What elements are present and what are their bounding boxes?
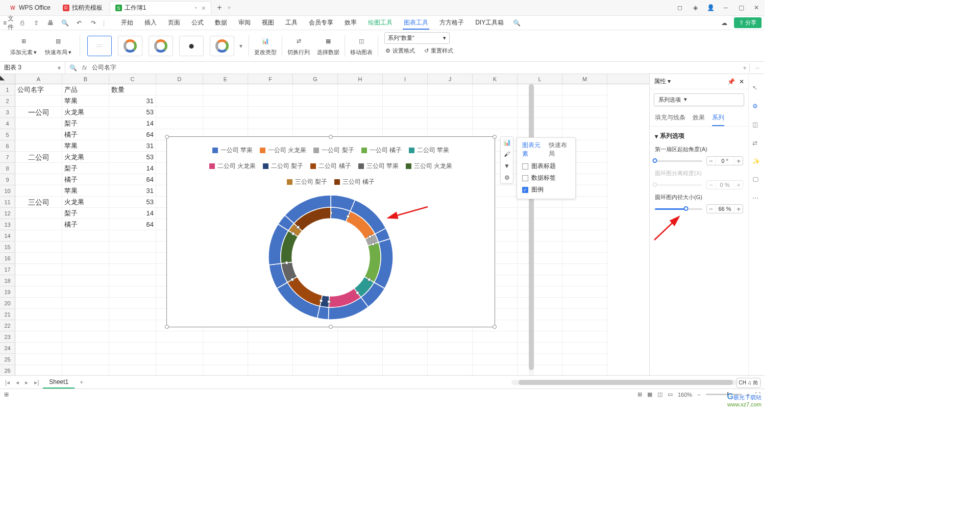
menu-tab-7[interactable]: 工具 — [284, 16, 299, 30]
pin-icon[interactable]: 📌 — [727, 78, 735, 85]
chart-filter-icon[interactable]: ▼ — [501, 160, 513, 172]
chart-settings-icon[interactable]: ⚙ — [501, 172, 513, 183]
cell[interactable]: 一公司 — [15, 107, 62, 118]
cell[interactable]: 64 — [109, 174, 156, 185]
app-tab-workbook[interactable]: S 工作簿1 • × — [110, 1, 211, 14]
cell[interactable] — [15, 95, 62, 107]
chart-brush-icon[interactable]: 🖌 — [501, 149, 513, 160]
cell[interactable] — [15, 174, 62, 185]
cell[interactable] — [203, 84, 248, 95]
cell[interactable]: 苹果 — [62, 95, 109, 107]
angle-stepper[interactable]: −0 °+ — [706, 156, 743, 165]
row-header[interactable]: 21 — [0, 309, 15, 320]
row-header[interactable]: 12 — [0, 208, 15, 219]
cell[interactable] — [203, 354, 248, 365]
maximize-icon[interactable]: ▢ — [737, 4, 745, 12]
cell[interactable]: 53 — [109, 152, 156, 163]
cell[interactable] — [473, 107, 518, 118]
cell[interactable] — [383, 343, 428, 354]
cell[interactable] — [15, 275, 62, 286]
cell[interactable] — [562, 343, 607, 354]
col-header[interactable]: L — [518, 74, 562, 84]
col-header[interactable]: A — [15, 74, 62, 84]
cell[interactable] — [109, 343, 156, 354]
close-window-icon[interactable]: ✕ — [752, 4, 761, 12]
chart-object[interactable]: 一公司 苹果一公司 火龙果一公司 梨子一公司 橘子二公司 苹果二公司 火龙果二公… — [166, 136, 495, 327]
view-page-icon[interactable]: ▦ — [647, 391, 652, 398]
cell[interactable] — [562, 309, 607, 320]
popup-checkbox[interactable]: 数据标签 — [519, 172, 573, 184]
cell[interactable] — [203, 118, 248, 129]
close-panel-icon[interactable]: ✕ — [739, 78, 744, 85]
rail-settings-icon[interactable]: ⚙ — [752, 103, 762, 112]
series-dropdown[interactable]: 系列选项▾ — [654, 93, 744, 106]
popup-checkbox[interactable]: ✓图例 — [519, 184, 573, 196]
cell[interactable] — [62, 253, 109, 264]
row-header[interactable]: 25 — [0, 354, 15, 365]
view-read-icon[interactable]: ▭ — [668, 391, 673, 398]
col-header[interactable]: J — [428, 74, 473, 84]
cell[interactable] — [473, 118, 518, 129]
cell[interactable] — [15, 331, 62, 343]
chart-style-1[interactable]: ∷∷ — [87, 36, 112, 56]
cell[interactable] — [518, 253, 562, 264]
cell[interactable] — [518, 343, 562, 354]
rail-screen-icon[interactable]: 🖵 — [752, 176, 762, 185]
row-header[interactable]: 5 — [0, 129, 15, 140]
cell[interactable] — [293, 84, 338, 95]
cell[interactable]: 橘子 — [62, 129, 109, 140]
cell[interactable]: 数量 — [109, 84, 156, 95]
cell[interactable] — [338, 331, 383, 343]
cell[interactable]: 梨子 — [62, 163, 109, 174]
cell[interactable] — [62, 264, 109, 275]
window-icon[interactable]: ◻ — [676, 4, 684, 12]
cell[interactable] — [562, 95, 607, 107]
cube-icon[interactable]: ◈ — [691, 4, 699, 12]
cell[interactable] — [518, 84, 562, 95]
cell[interactable] — [383, 354, 428, 365]
menu-tab-6[interactable]: 视图 — [261, 16, 275, 30]
cell[interactable] — [293, 118, 338, 129]
cell[interactable] — [428, 343, 473, 354]
cell[interactable] — [428, 95, 473, 107]
cell[interactable]: 火龙果 — [62, 107, 109, 118]
cell[interactable] — [518, 298, 562, 309]
zoom-fx-icon[interactable]: 🔍 — [69, 64, 77, 71]
cell[interactable] — [428, 84, 473, 95]
row-header[interactable]: 18 — [0, 275, 15, 286]
angle-slider[interactable] — [655, 160, 702, 162]
row-header[interactable]: 8 — [0, 163, 15, 174]
cell[interactable] — [15, 343, 62, 354]
chart-elements-icon[interactable]: 📊 — [501, 137, 513, 148]
menu-tab-5[interactable]: 审阅 — [237, 16, 252, 30]
cell[interactable] — [15, 129, 62, 140]
cell[interactable] — [62, 365, 109, 375]
rp-tab-effect[interactable]: 效果 — [693, 110, 705, 126]
cell[interactable] — [518, 264, 562, 275]
legend-item[interactable]: 二公司 橘子 — [310, 162, 351, 171]
cell[interactable] — [248, 331, 293, 343]
save-icon[interactable]: ⎙ — [17, 19, 27, 27]
cell[interactable] — [62, 230, 109, 242]
cell[interactable] — [473, 365, 518, 375]
cell[interactable] — [428, 118, 473, 129]
cell[interactable] — [562, 286, 607, 298]
cell[interactable] — [15, 185, 62, 197]
cell[interactable]: 31 — [109, 140, 156, 152]
col-header[interactable]: B — [62, 74, 109, 84]
cell[interactable] — [338, 95, 383, 107]
rp-tab-series[interactable]: 系列 — [712, 110, 724, 126]
cell[interactable]: 64 — [109, 129, 156, 140]
cell[interactable] — [156, 84, 203, 95]
col-header[interactable]: E — [203, 74, 248, 84]
row-header[interactable]: 4 — [0, 118, 15, 129]
cell[interactable] — [15, 230, 62, 242]
col-header[interactable]: C — [109, 74, 156, 84]
menu-tab-1[interactable]: 插入 — [143, 16, 158, 30]
menu-tab-9[interactable]: 效率 — [344, 16, 358, 30]
cell[interactable] — [518, 118, 562, 129]
cell[interactable] — [518, 242, 562, 253]
cell[interactable] — [156, 331, 203, 343]
cell[interactable] — [15, 309, 62, 320]
cell[interactable] — [109, 275, 156, 286]
